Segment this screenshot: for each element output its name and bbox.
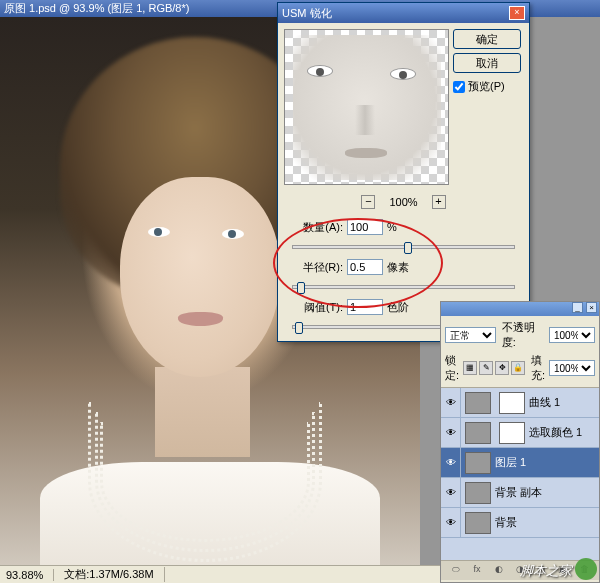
visibility-icon[interactable]: 👁 <box>441 508 461 538</box>
preview-area[interactable] <box>284 29 449 185</box>
zoom-value: 100% <box>389 196 417 208</box>
amount-slider[interactable] <box>292 245 515 249</box>
layer-row[interactable]: 👁 选取颜色 1 <box>441 418 599 448</box>
panel-controls: _ × <box>441 302 599 316</box>
layer-row[interactable]: 👁 曲线 1 <box>441 388 599 418</box>
status-docsize: 文档:1.37M/6.38M <box>64 567 164 582</box>
dialog-title: USM 锐化 <box>282 6 332 21</box>
lock-paint-icon[interactable]: ✎ <box>479 361 493 375</box>
visibility-icon[interactable]: 👁 <box>441 418 461 448</box>
visibility-icon[interactable]: 👁 <box>441 448 461 478</box>
layers-panel: _ × 正常 不透明度: 100% 锁定: ▦ ✎ ✥ 🔒 填充: 100% 👁… <box>440 301 600 583</box>
threshold-label: 阈值(T): <box>288 300 343 315</box>
usm-sharpen-dialog: USM 锐化 × 确定 取消 预览(P) − 100% + 数量(A): % <box>277 2 530 342</box>
lock-all-icon[interactable]: 🔒 <box>511 361 525 375</box>
lock-move-icon[interactable]: ✥ <box>495 361 509 375</box>
dialog-titlebar[interactable]: USM 锐化 × <box>278 3 529 23</box>
watermark-logo <box>575 558 597 580</box>
amount-input[interactable] <box>347 219 383 235</box>
visibility-icon[interactable]: 👁 <box>441 388 461 418</box>
watermark-text: 脚本之家 <box>520 562 572 580</box>
radius-label: 半径(R): <box>288 260 343 275</box>
status-zoom: 93.88% <box>6 569 54 581</box>
document-title: 原图 1.psd @ 93.9% (图层 1, RGB/8*) <box>4 1 189 16</box>
radius-input[interactable] <box>347 259 383 275</box>
layer-row[interactable]: 👁 图层 1 <box>441 448 599 478</box>
zoom-in-button[interactable]: + <box>432 195 446 209</box>
blend-mode-select[interactable]: 正常 <box>445 327 496 343</box>
fx-icon[interactable]: fx <box>470 564 484 578</box>
fill-select[interactable]: 100% <box>549 360 595 376</box>
zoom-out-button[interactable]: − <box>361 195 375 209</box>
amount-label: 数量(A): <box>288 220 343 235</box>
close-icon[interactable]: × <box>509 6 525 20</box>
threshold-input[interactable] <box>347 299 383 315</box>
preview-checkbox-input[interactable] <box>453 81 465 93</box>
link-icon[interactable]: ⬭ <box>449 564 463 578</box>
layer-row[interactable]: 👁 背景 <box>441 508 599 538</box>
layer-list: 👁 曲线 1 👁 选取颜色 1 👁 图层 1 👁 背景 副本 👁 背景 <box>441 388 599 560</box>
ok-button[interactable]: 确定 <box>453 29 521 49</box>
lock-transparency-icon[interactable]: ▦ <box>463 361 477 375</box>
minimize-icon[interactable]: _ <box>572 302 583 313</box>
visibility-icon[interactable]: 👁 <box>441 478 461 508</box>
layer-row[interactable]: 👁 背景 副本 <box>441 478 599 508</box>
opacity-select[interactable]: 100% <box>549 327 595 343</box>
preview-checkbox[interactable]: 预览(P) <box>453 79 521 94</box>
mask-icon[interactable]: ◐ <box>492 564 506 578</box>
radius-slider[interactable] <box>292 285 515 289</box>
panel-close-icon[interactable]: × <box>586 302 597 313</box>
cancel-button[interactable]: 取消 <box>453 53 521 73</box>
